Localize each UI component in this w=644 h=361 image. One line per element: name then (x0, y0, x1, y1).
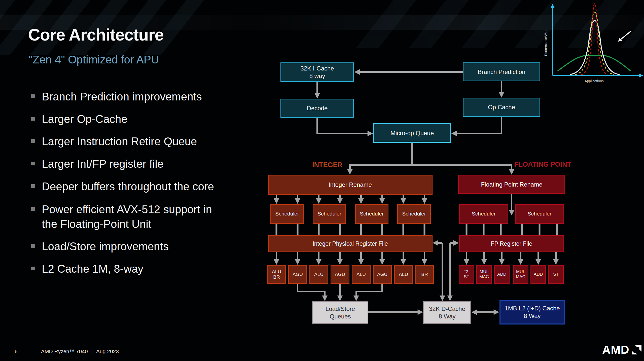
curve-medium-white (570, 21, 620, 75)
integer-scheduler-box: Scheduler (397, 204, 431, 224)
amd-logo-text: AMD (602, 343, 629, 356)
integer-scheduler-box: Scheduler (270, 204, 304, 224)
fp-exec-unit-box: F2I ST (459, 265, 474, 284)
load-store-queues-box: Load/Store Queues (312, 301, 368, 324)
d-cache-label-line1: 32K D-Cache (429, 305, 465, 313)
integer-exec-unit-box: ALU (394, 265, 413, 284)
performance-watt-chart-canvas (541, 0, 644, 87)
icache-label-line1: 32K I-Cache (300, 65, 334, 72)
icache-box: 32K I-Cache 8 way (280, 62, 354, 82)
exec-unit-label: ST (553, 272, 559, 277)
fp-scheduler-box: Scheduler (515, 204, 564, 224)
slide-core-architecture: Core Architecture "Zen 4" Optimized for … (0, 0, 644, 361)
amd-arrow-icon (632, 345, 641, 354)
integer-issue-arrows (276, 252, 424, 260)
agu-to-loadstore-arrows (298, 284, 382, 296)
fp-exec-unit-box: ST (548, 265, 564, 284)
integer-section-label: INTEGER (300, 161, 355, 169)
exec-unit-label: ST (464, 274, 469, 279)
scheduler-label: Scheduler (317, 210, 341, 217)
fp-rename-label: Floating Point Rename (481, 181, 542, 188)
chart-x-axis-label: Applications (569, 79, 619, 83)
load-store-label-line2: Queues (330, 313, 351, 320)
fp-exec-unit-box: ADD (494, 265, 510, 284)
integer-scheduler-box: Scheduler (313, 204, 346, 224)
l2-cache-label-line1: 1MB L2 (I+D) Cache (505, 305, 560, 312)
integer-exec-unit-box: BR (415, 265, 434, 284)
branch-prediction-box: Branch Prediction (463, 62, 540, 81)
fp-scheduler-links (467, 224, 557, 235)
l2-cache-label-line2: 8 Way (524, 312, 541, 320)
op-cache-box: Op Cache (463, 98, 540, 117)
load-store-label-line1: Load/Store (326, 305, 355, 313)
exec-unit-label: BR (421, 272, 428, 277)
footer-product: AMD Ryzen™ 7040 (41, 348, 88, 354)
exec-unit-label: AGU (377, 272, 387, 277)
fp-exec-unit-box: ADD (530, 265, 546, 284)
integer-rename-label: Integer Rename (329, 181, 372, 189)
op-cache-label: Op Cache (488, 103, 515, 111)
exec-unit-label: MUL (516, 269, 525, 274)
fp-rename-box: Floating Point Rename (458, 175, 565, 194)
curve-narrow-yellow-dashed (575, 12, 614, 75)
footer-date: Aug 2023 (96, 348, 119, 354)
scheduler-label: Scheduler (402, 210, 426, 217)
amd-logo: AMD (602, 343, 641, 356)
exec-unit-label: ADD (497, 272, 506, 277)
icache-label-line2: 8 way (309, 72, 325, 80)
d-cache-label-line2: 8 Way (439, 313, 455, 320)
footer-text: AMD Ryzen™ 7040|Aug 2023 (41, 348, 122, 354)
fp-scheduler-box: Scheduler (459, 204, 508, 224)
loaddata-arrows (438, 243, 454, 296)
integer-register-file-box: Integer Physical Register File (268, 235, 433, 252)
floating-point-section-label: FLOATING POINT (510, 161, 576, 168)
performance-watt-chart (541, 0, 644, 87)
page-number: 6 (15, 348, 18, 354)
exec-unit-label: MAC (516, 274, 525, 279)
decode-box: Decode (280, 99, 354, 118)
exec-unit-label: ALU (272, 269, 281, 274)
scheduler-label: Scheduler (528, 210, 552, 217)
integer-rename-box: Integer Rename (268, 175, 433, 195)
scheduler-label: Scheduler (275, 210, 299, 217)
scheduler-label: Scheduler (360, 210, 384, 217)
integer-exec-unit-box: ALU BR (267, 265, 286, 284)
integer-dispatch-arrows (276, 195, 424, 199)
integer-exec-unit-box: AGU (288, 265, 307, 284)
scheduler-label: Scheduler (472, 210, 496, 217)
integer-exec-unit-box: AGU (373, 265, 392, 284)
integer-scheduler-box: Scheduler (355, 204, 388, 224)
integer-scheduler-links (276, 224, 424, 235)
exec-unit-label: MAC (479, 274, 489, 279)
decode-label: Decode (307, 104, 328, 112)
fp-register-file-box: FP Register File (459, 235, 564, 252)
micro-op-queue-label: Micro-op Queue (390, 129, 434, 137)
exec-unit-label: ALU (399, 272, 408, 277)
chart-y-axis-label: Performance/Watt (544, 15, 549, 70)
curve-broad-green (558, 55, 631, 71)
exec-unit-label: AGU (335, 272, 345, 277)
d-cache-box: 32K D-Cache 8 Way (423, 301, 471, 324)
frontend-arrows (317, 72, 512, 169)
micro-op-queue-box: Micro-op Queue (373, 123, 451, 143)
exec-unit-label: AGU (293, 272, 303, 277)
exec-unit-label: ADD (534, 272, 543, 277)
integer-exec-unit-box: ALU (352, 265, 371, 284)
footer-separator: | (91, 348, 93, 354)
l2-cache-box: 1MB L2 (I+D) Cache 8 Way (499, 300, 565, 324)
integer-exec-unit-box: ALU (309, 265, 328, 284)
branch-prediction-label: Branch Prediction (478, 68, 525, 76)
integer-exec-unit-box: AGU (331, 265, 349, 284)
fp-exec-unit-box: MUL MAC (476, 265, 492, 284)
exec-unit-label: F2I (463, 269, 470, 274)
exec-unit-label: ALU (356, 272, 366, 277)
fp-exec-unit-box: MUL MAC (513, 265, 528, 284)
annotation-arrow-icon (621, 31, 631, 40)
fp-issue-arrows (467, 252, 556, 260)
integer-register-file-label: Integer Physical Register File (312, 240, 388, 247)
exec-unit-label: MUL (480, 269, 489, 274)
fp-register-file-label: FP Register File (491, 240, 532, 247)
exec-unit-label: ALU (314, 272, 324, 277)
exec-unit-label: BR (273, 274, 280, 280)
